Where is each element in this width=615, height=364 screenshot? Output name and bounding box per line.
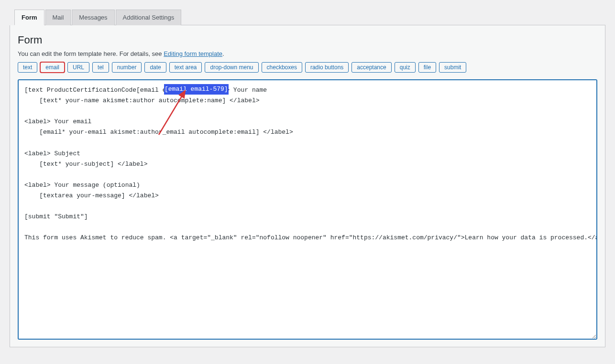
tabs-bar: Form Mail Messages Additional Settings <box>14 10 605 25</box>
tag-btn-radio[interactable]: radio buttons <box>305 62 349 73</box>
help-text-prefix: You can edit the form template here. For… <box>18 50 164 57</box>
tag-btn-email[interactable]: email <box>40 62 65 73</box>
tag-button-row: text email URL tel number date text area… <box>18 62 597 73</box>
help-link[interactable]: Editing form template <box>164 50 222 57</box>
tag-btn-number[interactable]: number <box>112 62 142 73</box>
tag-btn-acceptance[interactable]: acceptance <box>351 62 391 73</box>
tab-form[interactable]: Form <box>14 10 44 25</box>
tag-btn-date[interactable]: date <box>144 62 166 73</box>
form-template-editor[interactable] <box>18 79 597 340</box>
tab-messages[interactable]: Messages <box>72 10 114 25</box>
tag-btn-dropdown[interactable]: drop-down menu <box>205 62 258 73</box>
tab-mail[interactable]: Mail <box>45 10 71 25</box>
tag-btn-url[interactable]: URL <box>67 62 89 73</box>
form-panel: Form You can edit the form template here… <box>10 25 605 347</box>
help-text-suffix: . <box>222 50 224 57</box>
tag-btn-submit[interactable]: submit <box>439 62 466 73</box>
tag-btn-textarea[interactable]: text area <box>169 62 202 73</box>
help-text: You can edit the form template here. For… <box>18 50 597 57</box>
editor-wrapper: [email email-579] <box>18 79 597 341</box>
tag-btn-file[interactable]: file <box>418 62 436 73</box>
tag-btn-quiz[interactable]: quiz <box>395 62 416 73</box>
tag-btn-tel[interactable]: tel <box>92 62 109 73</box>
tag-btn-checkboxes[interactable]: checkboxes <box>262 62 302 73</box>
tag-btn-text[interactable]: text <box>18 62 37 73</box>
section-title: Form <box>18 34 597 46</box>
tab-additional-settings[interactable]: Additional Settings <box>116 10 182 25</box>
